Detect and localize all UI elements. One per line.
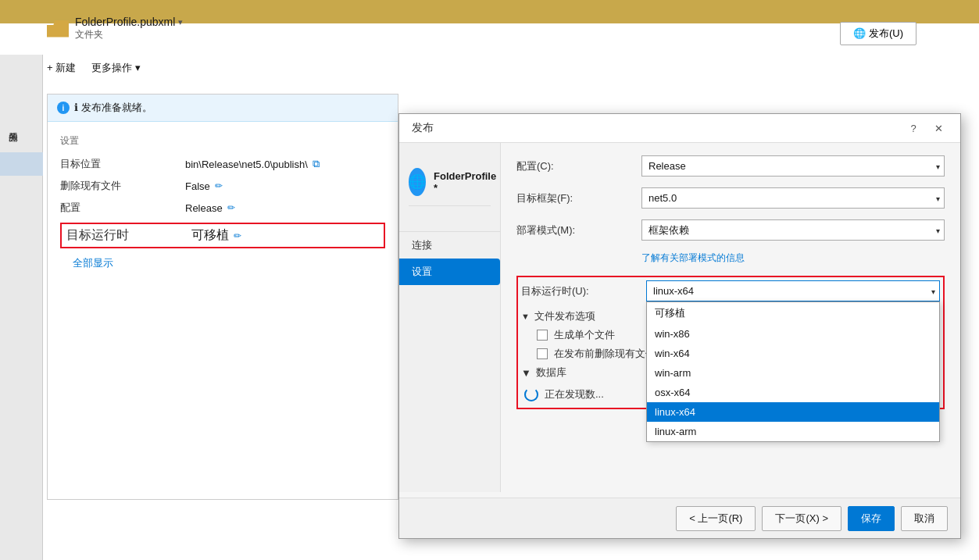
checkbox-delete-before-publish-box[interactable] bbox=[537, 348, 548, 359]
runtime-opt-winx86[interactable]: win-x86 bbox=[647, 324, 939, 344]
runtime-opt-portable[interactable]: 可移植 bbox=[647, 302, 939, 324]
setting-key-target: 目标位置 bbox=[60, 157, 185, 171]
checkbox-delete-before-publish-label: 在发布前删除现有文件 bbox=[554, 347, 656, 361]
config-select[interactable]: Release bbox=[641, 155, 945, 177]
runtime-select[interactable]: 可移植 win-x86 win-x64 win-arm osx-x64 linu… bbox=[646, 280, 940, 301]
folder-profile-header: 🌐 FolderProfile * bbox=[409, 168, 491, 206]
checkbox-single-file-label: 生成单个文件 bbox=[554, 328, 615, 342]
highlighted-runtime-row: 目标运行时 可移植 ✏ bbox=[60, 223, 385, 248]
runtime-dropdown-list: 可移植 win-x86 win-x64 win-arm osx-x64 linu… bbox=[646, 301, 940, 442]
actions-bar: + 新建 更多操作 ▾ bbox=[47, 61, 141, 75]
runtime-opt-winx64[interactable]: win-x64 bbox=[647, 344, 939, 363]
edit-icon-runtime[interactable]: ✏ bbox=[234, 230, 241, 241]
database-chevron: ▼ bbox=[521, 367, 531, 379]
setting-key-delete: 删除现有文件 bbox=[60, 179, 185, 193]
sidebar-active-item[interactable] bbox=[0, 152, 43, 176]
runtime-opt-winarm[interactable]: win-arm bbox=[647, 363, 939, 383]
file-subtitle: 文件夹 bbox=[75, 28, 183, 41]
info-bar: i ℹ 发布准备就绪。 bbox=[48, 95, 398, 122]
runtime-select-wrap: 可移植 win-x86 win-x64 win-arm osx-x64 linu… bbox=[646, 280, 940, 301]
file-publish-chevron: ▼ bbox=[521, 312, 530, 321]
info-icon: i bbox=[57, 102, 70, 114]
setting-key-runtime: 目标运行时 bbox=[66, 227, 191, 244]
setting-value-delete: False bbox=[185, 180, 210, 192]
runtime-opt-linuxx64[interactable]: linux-x64 bbox=[647, 402, 939, 422]
new-button[interactable]: + 新建 bbox=[47, 61, 76, 75]
checkbox-single-file-box[interactable] bbox=[537, 330, 548, 341]
show-all-link[interactable]: 全部显示 bbox=[60, 256, 385, 270]
config-label: 配置(C): bbox=[516, 159, 641, 173]
runtime-opt-linuxarm[interactable]: linux-arm bbox=[647, 422, 939, 441]
more-actions-button[interactable]: 更多操作 ▾ bbox=[91, 61, 141, 75]
dialog-footer: < 上一页(R) 下一页(X) > 保存 取消 bbox=[399, 498, 960, 538]
publish-button-top[interactable]: 🌐 发布(U) bbox=[840, 22, 916, 45]
dialog-body: 🌐 FolderProfile * 连接 设置 配置(C): Release ▾ bbox=[399, 143, 960, 492]
setting-value-runtime: 可移植 bbox=[191, 227, 229, 244]
framework-select-wrap: net5.0 ▾ bbox=[641, 187, 945, 209]
framework-select[interactable]: net5.0 bbox=[641, 187, 945, 209]
setting-row-target-location: 目标位置 bin\Release\net5.0\publish\ ⧉ bbox=[60, 157, 385, 171]
deploy-mode-label: 部署模式(M): bbox=[516, 223, 641, 237]
save-button[interactable]: 保存 bbox=[848, 506, 895, 531]
database-title: 数据库 bbox=[536, 366, 566, 380]
deployment-link[interactable]: 了解有关部署模式的信息 bbox=[641, 251, 945, 265]
prev-page-button[interactable]: < 上一页(R) bbox=[676, 506, 756, 531]
info-text: ℹ 发布准备就绪。 bbox=[74, 101, 152, 115]
next-page-button[interactable]: 下一页(X) > bbox=[762, 506, 841, 531]
dialog-content: 配置(C): Release ▾ 目标框架(F): net5.0 ▾ bbox=[501, 143, 960, 492]
sidebar: 的服务 bbox=[0, 55, 43, 560]
setting-row-config: 配置 Release ✏ bbox=[60, 201, 385, 215]
left-panel: i ℹ 发布准备就绪。 设置 目标位置 bin\Release\net5.0\p… bbox=[47, 94, 398, 500]
setting-row-delete-existing: 删除现有文件 False ✏ bbox=[60, 179, 385, 193]
discovery-spinner bbox=[524, 387, 538, 401]
framework-label: 目标框架(F): bbox=[516, 191, 641, 205]
file-header: FolderProfile.pubxml ▾ 文件夹 bbox=[47, 16, 183, 41]
config-select-wrap: Release ▾ bbox=[641, 155, 945, 177]
dialog-help-button[interactable]: ? bbox=[904, 120, 923, 136]
nav-item-connect[interactable]: 连接 bbox=[399, 232, 500, 259]
copy-icon[interactable]: ⧉ bbox=[313, 158, 320, 170]
globe-icon: 🌐 bbox=[409, 168, 426, 196]
form-row-deploy-mode: 部署模式(M): 框架依赖 ▾ bbox=[516, 219, 945, 241]
edit-icon-delete[interactable]: ✏ bbox=[215, 180, 223, 191]
form-row-config: 配置(C): Release ▾ bbox=[516, 155, 945, 177]
deploy-mode-select[interactable]: 框架依赖 bbox=[641, 219, 945, 241]
dialog-titlebar: 发布 ? ✕ bbox=[399, 114, 960, 143]
folder-icon bbox=[47, 20, 69, 37]
deploy-mode-select-wrap: 框架依赖 ▾ bbox=[641, 219, 945, 241]
folder-profile-label: FolderProfile * bbox=[434, 170, 496, 194]
edit-icon-config[interactable]: ✏ bbox=[227, 202, 235, 213]
setting-key-config: 配置 bbox=[60, 201, 185, 215]
filename-dropdown[interactable]: ▾ bbox=[178, 17, 183, 27]
dialog-controls: ? ✕ bbox=[904, 120, 948, 136]
publish-dialog: 发布 ? ✕ 🌐 FolderProfile * 连接 设置 bbox=[398, 113, 961, 539]
file-publish-title: 文件发布选项 bbox=[534, 309, 595, 323]
form-row-runtime: 目标运行时(U): 可移植 win-x86 win-x64 win-arm os… bbox=[518, 277, 943, 305]
setting-value-config: Release bbox=[185, 202, 223, 214]
nav-item-settings[interactable]: 设置 bbox=[399, 259, 500, 285]
form-row-framework: 目标框架(F): net5.0 ▾ bbox=[516, 187, 945, 209]
runtime-label: 目标运行时(U): bbox=[521, 284, 646, 298]
runtime-row-highlighted: 目标运行时(U): 可移植 win-x86 win-x64 win-arm os… bbox=[516, 276, 945, 409]
setting-value-target: bin\Release\net5.0\publish\ bbox=[185, 159, 308, 170]
cancel-button[interactable]: 取消 bbox=[901, 506, 948, 531]
dialog-close-button[interactable]: ✕ bbox=[929, 120, 948, 136]
dialog-title: 发布 bbox=[412, 121, 434, 135]
dialog-nav: 🌐 FolderProfile * 连接 设置 bbox=[399, 143, 501, 492]
settings-section: 设置 目标位置 bin\Release\net5.0\publish\ ⧉ 删除… bbox=[48, 122, 398, 283]
filename: FolderProfile.pubxml bbox=[75, 16, 175, 28]
discovery-text: 正在发现数... bbox=[545, 387, 604, 401]
settings-label: 设置 bbox=[60, 134, 385, 148]
runtime-opt-osxx64[interactable]: osx-x64 bbox=[647, 383, 939, 402]
